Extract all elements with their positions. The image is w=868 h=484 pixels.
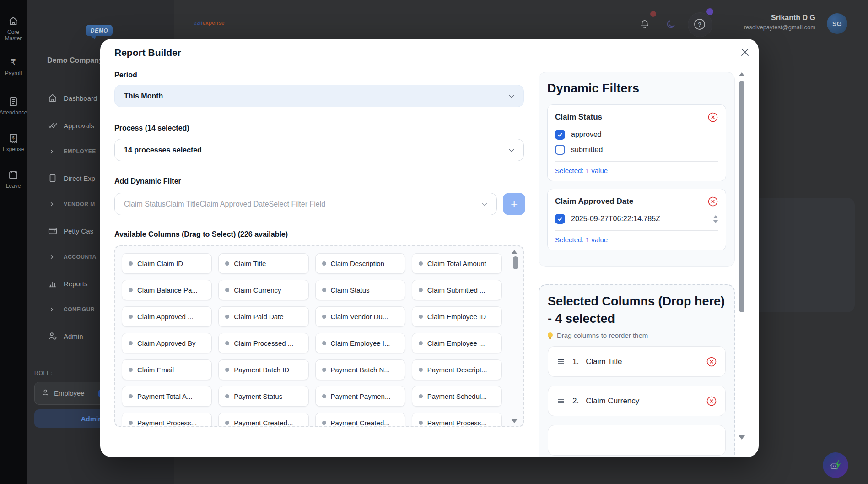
dynamic-filter-select[interactable]: Claim StatusClaim TitleClaim Approved Da…: [114, 193, 497, 215]
column-chip-claim-employee-i[interactable]: Claim Employee I...: [315, 333, 405, 353]
dark-mode-moon-icon[interactable]: [666, 19, 676, 29]
drag-dot-icon: [419, 288, 423, 292]
available-columns-label: Available Columns (Drag to Select) (226 …: [114, 230, 288, 239]
user-menu[interactable]: Srikanth D G resolvepaytest@gmail.com: [744, 14, 815, 31]
column-chip-claim-claim-id[interactable]: Claim Claim ID: [122, 253, 212, 274]
column-chip-claim-status[interactable]: Claim Status: [315, 280, 405, 300]
checkbox-checked[interactable]: [555, 130, 565, 140]
svg-text:$: $: [12, 136, 14, 140]
column-chip-claim-employee-id[interactable]: Claim Employee ID: [412, 306, 502, 327]
rail-item-core-master[interactable]: Core Master: [0, 16, 27, 42]
period-select[interactable]: This Month: [114, 85, 524, 107]
chevron-down-icon: [481, 201, 488, 208]
column-chip-payment-paymen[interactable]: Payment Paymen...: [315, 386, 405, 407]
filter-option: submitted: [555, 144, 718, 156]
notification-dot: [650, 11, 656, 17]
role-label: ROLE:: [34, 370, 53, 376]
column-chip-claim-approved[interactable]: Claim Approved ...: [122, 306, 212, 327]
notification-bell-icon[interactable]: [640, 19, 650, 29]
drag-dot-icon: [129, 341, 133, 345]
remove-column-icon[interactable]: [706, 396, 717, 407]
column-chip-payment-descript[interactable]: Payment Descript...: [412, 359, 502, 380]
column-chip-payment-schedul[interactable]: Payment Schedul...: [412, 386, 502, 407]
ai-assistant-fab[interactable]: [823, 452, 848, 478]
app-rail: Core Master ₹ Payroll Attendance $ Expen…: [0, 0, 27, 484]
column-chip-payment-process[interactable]: Payment Process...: [412, 413, 502, 427]
columns-scrollbar-thumb[interactable]: [513, 256, 518, 269]
modal-scrollbar-thumb[interactable]: [739, 81, 744, 312]
dynamic-filters-title: Dynamic Filters: [547, 80, 726, 97]
chevron-down-icon: [508, 147, 515, 154]
column-chip-claim-submitted[interactable]: Claim Submitted ...: [412, 280, 502, 300]
column-chip-payment-batch-id[interactable]: Payment Batch ID: [218, 359, 308, 380]
avatar[interactable]: SG: [827, 13, 847, 34]
drag-dot-icon: [322, 261, 326, 266]
scroll-down-icon[interactable]: [511, 419, 518, 423]
column-chip-payment-status[interactable]: Payment Status: [218, 386, 308, 407]
selected-column-row-claim-currency[interactable]: 2. Claim Currency: [548, 386, 726, 416]
modal-scroll-down-icon[interactable]: [739, 435, 745, 440]
column-chip-claim-email[interactable]: Claim Email: [122, 359, 212, 380]
checkbox-unchecked[interactable]: [555, 145, 565, 155]
drag-dot-icon: [322, 341, 326, 345]
close-icon[interactable]: [739, 46, 751, 58]
brand-logo: eziiexpense: [194, 20, 224, 26]
role-name: Employee: [54, 389, 85, 397]
column-chip-payment-process[interactable]: Payment Process...: [122, 413, 212, 427]
modal-scroll-up-icon[interactable]: [739, 72, 745, 76]
user-email: resolvepaytest@gmail.com: [744, 24, 815, 31]
drag-dot-icon: [419, 261, 423, 266]
sort-arrows-icon[interactable]: [713, 215, 718, 223]
column-chip-claim-processed[interactable]: Claim Processed ...: [218, 333, 308, 353]
drag-dot-icon: [129, 288, 133, 292]
drag-dot-icon: [225, 288, 229, 292]
filter-card-claim-status: Claim Status approved submitted Selected…: [547, 104, 726, 181]
rail-item-payroll[interactable]: ₹ Payroll: [0, 57, 27, 76]
drag-dot-icon: [322, 394, 326, 398]
column-chip-payment-created[interactable]: Payment Created...: [218, 413, 308, 427]
column-chip-payment-created[interactable]: Payment Created...: [315, 413, 405, 427]
column-chip-claim-balance-pa[interactable]: Claim Balance Pa...: [122, 280, 212, 300]
remove-filter-icon[interactable]: [707, 196, 718, 207]
drag-dot-icon: [225, 421, 229, 425]
add-filter-button[interactable]: +: [503, 193, 525, 215]
drag-handle-icon[interactable]: [556, 357, 566, 366]
help-icon[interactable]: ?: [694, 18, 706, 30]
selected-column-row-partial[interactable]: [548, 425, 726, 456]
drag-dot-icon: [322, 288, 326, 292]
drag-dot-icon: [322, 421, 326, 425]
column-chip-claim-currency[interactable]: Claim Currency: [218, 280, 308, 300]
chevron-right-icon: [49, 201, 55, 207]
chevron-down-icon: [508, 92, 515, 100]
rail-item-expense[interactable]: $ Expense: [0, 133, 27, 152]
drag-dot-icon: [225, 261, 229, 266]
drag-handle-icon[interactable]: [556, 397, 566, 406]
remove-column-icon[interactable]: [706, 356, 717, 367]
column-chip-claim-paid-date[interactable]: Claim Paid Date: [218, 306, 308, 327]
leave-calendar-icon: [8, 169, 19, 180]
process-select[interactable]: 14 processes selected: [114, 139, 524, 161]
column-chip-payment-total-a[interactable]: Payment Total A...: [122, 386, 212, 407]
process-label: Process (14 selected): [114, 124, 189, 132]
column-chip-claim-approved-by[interactable]: Claim Approved By: [122, 333, 212, 353]
rail-item-leave[interactable]: Leave: [0, 169, 27, 189]
wallet-icon: [48, 226, 58, 236]
rail-item-attendance[interactable]: Attendance: [0, 96, 27, 116]
scroll-up-icon[interactable]: [511, 250, 518, 254]
column-chip-claim-description[interactable]: Claim Description: [315, 253, 405, 274]
filter-selected-summary: Selected: 1 value: [555, 231, 718, 245]
filter-card-claim-approved-date: Claim Approved Date 2025-09-27T06:22:14.…: [547, 189, 726, 250]
remove-filter-icon[interactable]: [707, 112, 718, 123]
column-chip-claim-total-amount[interactable]: Claim Total Amount: [412, 253, 502, 274]
column-chip-payment-batch-n[interactable]: Payment Batch N...: [315, 359, 405, 380]
lightbulb-icon: [548, 332, 553, 339]
column-chip-claim-title[interactable]: Claim Title: [218, 253, 308, 274]
period-label: Period: [114, 71, 137, 79]
selected-column-row-claim-title[interactable]: 1. Claim Title: [548, 346, 726, 377]
column-chip-claim-vendor-du[interactable]: Claim Vendor Du...: [315, 306, 405, 327]
checkbox-checked[interactable]: [555, 214, 565, 224]
drag-dot-icon: [225, 394, 229, 398]
column-chip-claim-employee[interactable]: Claim Employee ...: [412, 333, 502, 353]
expense-receipt-icon: $: [8, 133, 19, 144]
drag-dot-icon: [225, 315, 229, 319]
